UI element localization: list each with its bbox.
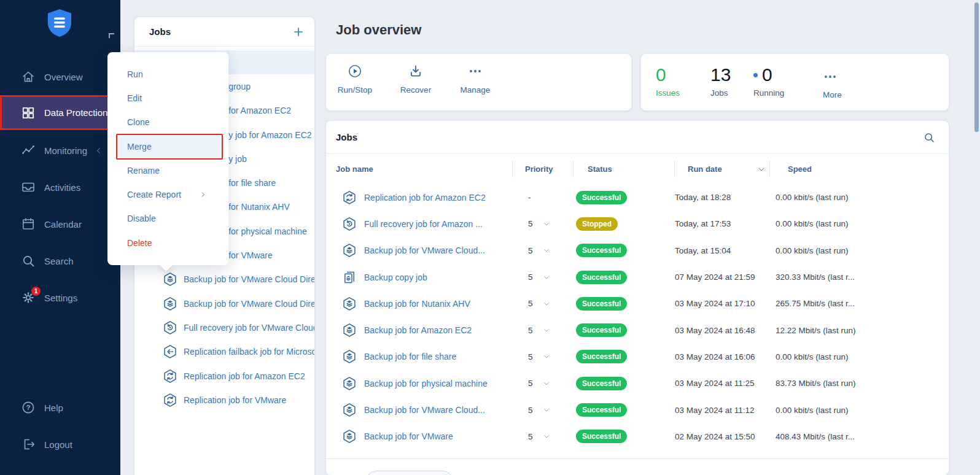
column-header-label: Priority <box>525 164 553 174</box>
job-list-item[interactable]: Backup job for VMware Cloud Director <box>134 292 314 315</box>
run-date-cell: 03 May 2024 at 17:10 <box>674 299 769 308</box>
job-name-link[interactable]: Backup copy job <box>364 272 427 282</box>
sidebar-item-settings[interactable]: 1Settings <box>0 279 120 316</box>
menu-item-delete[interactable]: Delete <box>107 231 228 255</box>
menu-item-run[interactable]: Run <box>107 62 228 86</box>
priority-dropdown-icon[interactable] <box>542 246 551 255</box>
jobs-table-title: Jobs <box>336 132 357 142</box>
menu-item-disable[interactable]: Disable <box>107 207 228 231</box>
sidebar-item-overview[interactable]: Overview <box>0 58 120 95</box>
table-row[interactable]: Backup job for Nutanix AHV5Successful03 … <box>326 290 949 317</box>
sidebar-item-label: Logout <box>44 439 72 450</box>
status-cell: Successful <box>573 350 674 363</box>
sidebar-item-label: Settings <box>44 293 77 303</box>
column-header-speed[interactable]: Speed <box>769 164 949 174</box>
menu-item-create-report[interactable]: Create Report <box>107 182 228 206</box>
recover-button[interactable]: Recover <box>388 64 443 102</box>
backup-job-icon <box>163 296 177 311</box>
table-row[interactable]: Backup job for VMware Cloud...5Successfu… <box>326 396 949 423</box>
table-footer-button[interactable] <box>367 471 453 475</box>
run-date-cell: 07 May 2024 at 21:59 <box>674 272 769 282</box>
sidebar-item-monitoring[interactable]: Monitoring <box>0 132 120 169</box>
stat-issues: 0Issues <box>656 64 680 98</box>
table-row[interactable]: Backup job for physical machine5Successf… <box>326 370 949 396</box>
running-dot-icon <box>753 73 758 77</box>
menu-item-clone[interactable]: Clone <box>107 110 228 134</box>
more-button[interactable]: More <box>823 69 842 99</box>
stat-label: Jobs <box>710 88 731 98</box>
job-list-item[interactable]: Replication failback job for Microsoft H… <box>134 340 314 364</box>
priority-dropdown-icon[interactable] <box>542 220 551 228</box>
job-list-item[interactable]: Full recovery job for VMware Cloud Direc… <box>134 315 314 339</box>
column-header-label: Speed <box>788 164 812 174</box>
sidebar-item-calendar[interactable]: Calendar <box>0 206 120 242</box>
job-name-link[interactable]: Backup job for VMware <box>364 431 453 441</box>
priority-dropdown-icon[interactable] <box>542 432 551 441</box>
column-header-priority[interactable]: Priority <box>512 164 573 174</box>
menu-item-label: Disable <box>127 214 156 223</box>
priority-cell: 5 <box>512 219 573 228</box>
job-list-item[interactable]: Replication job for Amazon EC2 <box>134 364 314 388</box>
table-row[interactable]: Backup job for file share5Successful03 M… <box>326 344 949 370</box>
status-cell: Successful <box>573 271 674 284</box>
priority-dropdown-icon[interactable] <box>542 273 551 282</box>
job-name-link[interactable]: Backup job for file share <box>364 352 456 361</box>
job-list-item[interactable]: Backup job for VMware Cloud Director <box>134 268 314 292</box>
job-name-link[interactable]: Backup job for VMware Cloud... <box>364 405 485 415</box>
job-name-link[interactable]: Backup job for physical machine <box>364 379 488 388</box>
column-header-job-name[interactable]: Job name <box>326 164 512 174</box>
table-footer-divider <box>326 458 949 459</box>
run-date-cell: Today, at 18:28 <box>674 193 769 202</box>
job-list-item[interactable]: Replication job for VMware <box>134 388 314 412</box>
add-job-button[interactable] <box>292 26 305 38</box>
run-stop-button[interactable]: Run/Stop <box>327 64 383 102</box>
sidebar-item-label: Activities <box>44 182 80 193</box>
calendar-icon <box>21 217 36 231</box>
page-title: Job overview <box>336 22 421 38</box>
job-name-link[interactable]: Backup job for Amazon EC2 <box>364 325 472 335</box>
stat-running: 0Running <box>753 64 784 98</box>
logout-icon <box>21 437 36 452</box>
search-icon <box>21 253 36 268</box>
speed-cell: 0.00 kbit/s (last run) <box>769 219 949 228</box>
page-scrollbar[interactable] <box>974 2 979 132</box>
priority-value: 5 <box>528 272 533 282</box>
sort-desc-icon[interactable] <box>757 165 766 174</box>
table-row[interactable]: Backup job for VMware5Successful02 May 2… <box>326 423 949 450</box>
column-header-run-date[interactable]: Run date <box>674 164 769 174</box>
sidebar-item-search[interactable]: Search <box>0 242 120 279</box>
table-row[interactable]: Replication job for Amazon EC2-Successfu… <box>326 184 949 210</box>
priority-dropdown-icon[interactable] <box>542 352 551 361</box>
sidebar-item-help[interactable]: ?Help <box>0 389 120 426</box>
manage-button[interactable]: Manage <box>448 64 503 102</box>
job-name-link[interactable]: Full recovery job for Amazon ... <box>364 219 483 229</box>
sidebar-item-data-protection[interactable]: Data Protection <box>0 95 109 130</box>
menu-item-edit[interactable]: Edit <box>107 86 228 110</box>
stat-value: 0 <box>762 64 772 85</box>
job-list-item-label: Replication failback job for Microsoft H… <box>184 347 314 357</box>
job-name-link[interactable]: Backup job for Nutanix AHV <box>364 299 470 309</box>
priority-dropdown-icon[interactable] <box>542 379 551 388</box>
sidebar-item-activities[interactable]: Activities <box>0 169 120 206</box>
job-name-cell: Full recovery job for Amazon ... <box>326 217 512 231</box>
table-row[interactable]: Backup copy job5Successful07 May 2024 at… <box>326 264 949 290</box>
menu-item-merge[interactable]: Merge <box>107 134 228 158</box>
search-icon[interactable] <box>923 131 935 144</box>
backup-job-icon <box>342 323 357 338</box>
sidebar-item-logout[interactable]: Logout <box>0 426 120 463</box>
speed-cell: 408.43 Mbit/s (last r... <box>769 432 949 441</box>
table-row[interactable]: Backup job for VMware Cloud...5Successfu… <box>326 238 949 264</box>
menu-item-label: Run <box>127 69 143 79</box>
table-row[interactable]: Backup job for Amazon EC25Successful03 M… <box>326 317 949 343</box>
job-name-link[interactable]: Backup job for VMware Cloud... <box>364 245 485 255</box>
table-row[interactable]: Full recovery job for Amazon ...5Stopped… <box>326 210 949 237</box>
priority-dropdown-icon[interactable] <box>542 406 551 414</box>
column-header-status[interactable]: Status <box>573 164 674 174</box>
menu-item-rename[interactable]: Rename <box>107 158 228 182</box>
priority-dropdown-icon[interactable] <box>542 326 551 334</box>
recovery-job-icon <box>342 217 357 231</box>
priority-dropdown-icon[interactable] <box>542 299 551 308</box>
run-date-cell: 02 May 2024 at 15:50 <box>674 432 769 441</box>
priority-cell: 5 <box>512 326 573 335</box>
job-name-link[interactable]: Replication job for Amazon EC2 <box>364 193 486 203</box>
